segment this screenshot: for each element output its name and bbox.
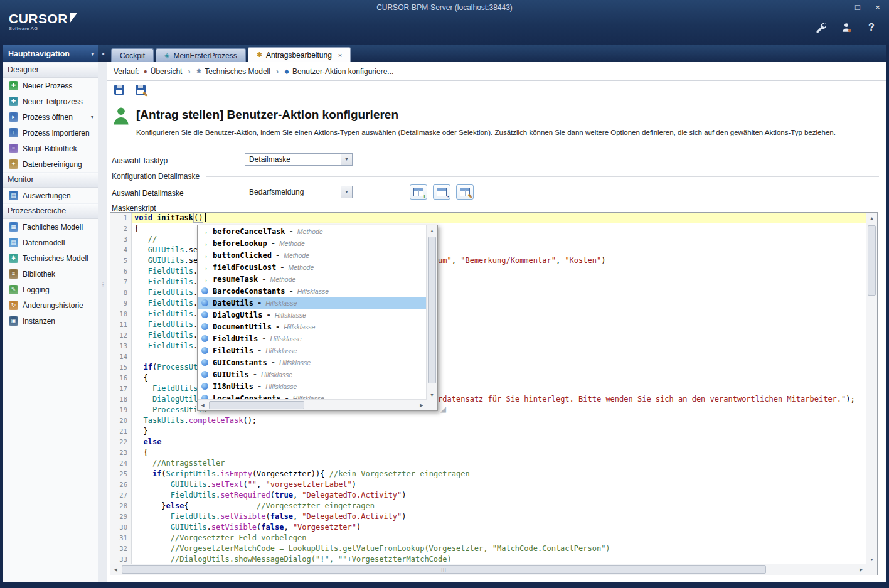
tab-antragsbearbeitung[interactable]: ✱Antragsbearbeitung× xyxy=(248,47,351,62)
tasktype-select[interactable]: Detailmaske ▼ xyxy=(245,153,353,166)
code-line[interactable]: 29 FieldUtils.setVisible(false, "Delegat… xyxy=(110,511,866,522)
sidebar-item-change-history[interactable]: ↻Änderungshistorie xyxy=(3,297,98,313)
sidebar-item-technical-model[interactable]: ✱Technisches Modell xyxy=(3,250,98,266)
scroll-left-icon[interactable]: ◀ xyxy=(110,564,120,575)
autocomplete-item-documentutils[interactable]: DocumentUtils - Hilfsklasse xyxy=(198,321,427,333)
scroll-right-icon[interactable]: ▶ xyxy=(856,564,866,575)
admin-users-icon[interactable] xyxy=(840,21,853,34)
collapse-sidebar-icon[interactable]: ▾ xyxy=(91,51,94,57)
breadcrumb-label: Benutzer-Aktion konfiguriere... xyxy=(292,67,393,76)
code-line[interactable]: 28 }else{ //Vorgesetzter eingetragen xyxy=(110,501,866,511)
scroll-right-icon[interactable]: ▶ xyxy=(417,400,427,410)
vertical-scroll-thumb[interactable] xyxy=(868,225,876,296)
tab-cockpit[interactable]: Cockpit xyxy=(111,48,154,62)
tab-close-icon[interactable]: × xyxy=(338,51,342,59)
editor-horizontal-scrollbar[interactable]: ◀ ||| ▶ xyxy=(110,564,866,575)
autocomplete-item-dialogutils[interactable]: DialogUtils - Hilfsklasse xyxy=(198,309,427,321)
autocomplete-item-fileutils[interactable]: FileUtils - Hilfsklasse xyxy=(198,345,427,356)
scroll-up-icon[interactable]: ▲ xyxy=(427,225,437,235)
sidebar-item-instances[interactable]: ▣Instanzen xyxy=(3,313,98,329)
breadcrumb-label: Übersicht xyxy=(151,67,183,76)
help-icon[interactable]: ? xyxy=(865,21,878,34)
sidebar-item-script-library[interactable]: ≡Skript-Bibliothek xyxy=(3,141,98,156)
autocomplete-item-barcodeconstants[interactable]: BarcodeConstants - Hilfsklasse xyxy=(198,285,427,297)
code-line[interactable]: 20 TaskUtils.completeTask(); xyxy=(110,415,866,426)
sidebar-item-library[interactable]: ≡Bibliothek xyxy=(3,266,98,282)
autocomplete-item-fieldfocuslost[interactable]: →fieldFocusLost - Methode xyxy=(198,261,427,273)
splitter-collapse-icon[interactable]: ◂ xyxy=(98,45,107,62)
mask-new-button[interactable]: + xyxy=(410,184,427,200)
popup-vertical-thumb[interactable] xyxy=(428,237,436,383)
dropdown-caret-icon[interactable]: ▾ xyxy=(91,114,93,120)
mask-edit-button[interactable]: ✎ xyxy=(456,184,474,200)
autocomplete-item-beforelookup[interactable]: →beforeLookup - Methode xyxy=(198,237,427,249)
save-as-button[interactable]: ✎ xyxy=(134,83,147,97)
close-button[interactable]: × xyxy=(873,3,883,12)
line-number: 15 xyxy=(110,362,132,373)
code-token xyxy=(134,277,148,286)
code-line[interactable]: 21 } xyxy=(110,426,866,437)
autocomplete-item-buttonclicked[interactable]: →buttonClicked - Methode xyxy=(198,249,427,261)
sidebar-item-logging[interactable]: ✎Logging xyxy=(3,282,98,297)
autocomplete-item-i18nutils[interactable]: I18nUtils - Hilfsklasse xyxy=(198,380,427,392)
scroll-left-icon[interactable]: ◀ xyxy=(198,400,208,410)
autocomplete-item-guiutils[interactable]: GUIUtils - Hilfsklasse xyxy=(198,368,427,380)
sidebar-item-data-cleanup[interactable]: ✦Datenbereinigung xyxy=(3,156,98,172)
code-line[interactable]: 27 FieldUtils.setRequired(true, "Delegat… xyxy=(110,490,866,501)
sidebar-item-data-model[interactable]: ▤Datenmodell xyxy=(3,235,98,250)
popup-resize-grip-icon[interactable]: ◢ xyxy=(440,405,446,414)
code-line[interactable]: 22 else xyxy=(110,437,866,447)
sidebar-item-import-process[interactable]: ↓Prozess importieren xyxy=(3,125,98,141)
popup-horizontal-thumb[interactable] xyxy=(209,401,304,409)
save-button[interactable] xyxy=(112,83,126,97)
chevron-down-icon[interactable]: ▼ xyxy=(341,154,352,165)
splitter-grip-icon[interactable]: ⋮ xyxy=(98,281,107,288)
code-line[interactable]: 23 { xyxy=(110,447,866,458)
popup-horizontal-scrollbar[interactable]: ◀ ▶ xyxy=(198,399,427,410)
scroll-down-icon[interactable]: ▼ xyxy=(866,554,877,564)
code-token: um" xyxy=(438,256,452,265)
tab-mein-erster-prozess[interactable]: ◈MeinErsterProzess xyxy=(156,48,246,62)
mask-script-editor[interactable]: 1void initTask()2{3 //4 GUIUtils.setF5 G… xyxy=(110,212,878,575)
code-line[interactable]: 26 GUIUtils.setText("", "vorgesetzterLab… xyxy=(110,479,866,490)
sidebar-item-label: Fachliches Modell xyxy=(23,223,83,232)
logging-icon: ✎ xyxy=(9,285,18,294)
sidebar-splitter[interactable]: ◂ ⋮ xyxy=(98,45,107,582)
code-token: ( xyxy=(243,480,247,489)
sidebar-item-open-process[interactable]: ▸Prozess öffnen▾ xyxy=(3,109,98,125)
scroll-up-icon[interactable]: ▲ xyxy=(866,213,877,223)
editor-vertical-scrollbar[interactable]: ▲ ▼ xyxy=(866,213,877,564)
code-line[interactable]: 25 if(ScriptUtils.isEmpty(Vorgesetzter))… xyxy=(110,469,866,479)
autocomplete-item-dateutils[interactable]: DateUtils - Hilfsklasse xyxy=(198,297,427,309)
code-line[interactable]: 32 //VorgesetzterMatchCode = LookupUtils… xyxy=(110,543,866,554)
mask-save-button[interactable]: ▪ xyxy=(433,184,450,200)
breadcrumb-item-user-action[interactable]: ◆Benutzer-Aktion konfiguriere... xyxy=(284,67,393,76)
settings-wrench-icon[interactable] xyxy=(815,21,828,34)
autocomplete-item-fieldutils[interactable]: FieldUtils - Hilfsklasse xyxy=(198,333,427,345)
antragsbearbeitung-tab-icon: ✱ xyxy=(257,51,262,59)
code-line[interactable]: 30 GUIUtils.setVisible(false, "Vorgesetz… xyxy=(110,522,866,533)
sidebar-item-evaluations[interactable]: ▤Auswertungen xyxy=(3,188,98,203)
sidebar-item-new-process[interactable]: ✚Neuer Prozess xyxy=(3,78,98,94)
horizontal-scroll-thumb[interactable]: ||| xyxy=(122,565,766,574)
line-content: if(ScriptUtils.isEmpty(Vorgesetzter)){ /… xyxy=(132,469,866,479)
detailmask-select[interactable]: Bedarfsmeldung ▼ xyxy=(245,186,353,198)
sidebar-item-new-subprocess[interactable]: ✚Neuer Teilprozess xyxy=(3,94,98,109)
autocomplete-item-guiconstants[interactable]: GUIConstants - Hilfsklasse xyxy=(198,356,427,368)
minimize-button[interactable]: – xyxy=(833,3,843,12)
maximize-button[interactable]: □ xyxy=(853,3,863,12)
chevron-down-icon[interactable]: ▼ xyxy=(341,186,352,198)
code-line[interactable]: 33 //DialogUtils.showMessageDialog("!", … xyxy=(110,554,866,564)
sidebar-item-functional-model[interactable]: ▦Fachliches Modell xyxy=(3,219,98,235)
autocomplete-item-beforecanceltask[interactable]: →beforeCancelTask - Methode xyxy=(198,225,427,237)
line-content: //VorgesetzterMatchCode = LookupUtils.ge… xyxy=(132,543,866,554)
code-line[interactable]: 24 //Antragssteller xyxy=(110,458,866,469)
popup-vertical-scrollbar[interactable]: ▲ ▼ xyxy=(426,225,437,400)
breadcrumb-item-overview[interactable]: ●Übersicht xyxy=(144,67,183,76)
new-subprocess-icon: ✚ xyxy=(9,97,18,106)
scroll-down-icon[interactable]: ▼ xyxy=(427,390,437,400)
autocomplete-item-resumetask[interactable]: →resumeTask - Methode xyxy=(198,273,427,285)
code-line[interactable]: 31 //Vorgesetzter-Feld vorbelegen xyxy=(110,533,866,543)
code-line[interactable]: 1void initTask() xyxy=(110,213,866,223)
breadcrumb-item-technical-model[interactable]: ✱Technisches Modell xyxy=(196,67,270,76)
